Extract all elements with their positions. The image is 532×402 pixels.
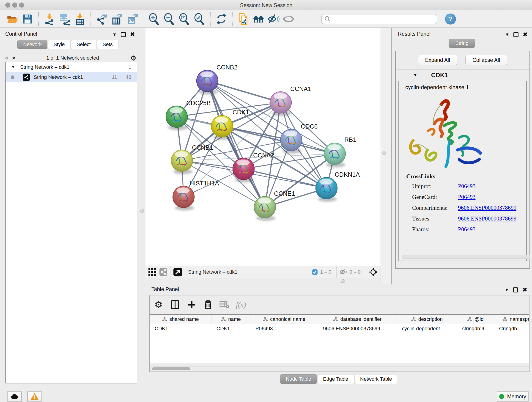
- table-cell[interactable]: stringdb:9...: [457, 324, 494, 333]
- column-header-name[interactable]: name: [211, 315, 250, 324]
- clone-network-button[interactable]: [237, 13, 249, 25]
- warnings-button[interactable]: [27, 391, 42, 402]
- crosslink-link[interactable]: P06493: [458, 226, 475, 233]
- tab-edge-table[interactable]: Edge Table: [317, 374, 354, 384]
- close-panel-icon[interactable]: ✖: [522, 286, 527, 293]
- export-image-button[interactable]: [126, 13, 138, 25]
- horizontal-splitter[interactable]: [146, 278, 380, 284]
- network-node-CCNE1[interactable]: CCNE1: [254, 190, 295, 221]
- search-input[interactable]: [322, 14, 437, 24]
- column-header-database-identifier[interactable]: database identifier: [318, 315, 397, 324]
- collapse-panel-icon[interactable]: ▼: [505, 287, 509, 293]
- detach-view-icon[interactable]: [173, 268, 182, 277]
- zoom-selected-button[interactable]: [193, 13, 206, 25]
- network-canvas[interactable]: CCNB2 CCNA1 CDC25B CDK1 CDC6 RB1: [146, 28, 380, 266]
- close-panel-icon[interactable]: ✖: [130, 31, 135, 38]
- create-column-plus-icon[interactable]: [186, 299, 197, 310]
- tab-style[interactable]: Style: [48, 40, 70, 49]
- splitter-handle[interactable]: [140, 209, 144, 213]
- export-network-button[interactable]: [95, 13, 108, 25]
- vertical-splitter-left[interactable]: [139, 28, 146, 390]
- network-view-icon[interactable]: [159, 268, 167, 276]
- network-options-gear-icon[interactable]: ⚙: [130, 54, 136, 62]
- collapse-panel-icon[interactable]: ▼: [505, 32, 509, 37]
- help-button[interactable]: ?: [445, 13, 456, 25]
- import-network-database-button[interactable]: [58, 13, 71, 25]
- show-all-button[interactable]: [283, 13, 295, 25]
- open-session-button[interactable]: [6, 13, 19, 25]
- table-horizontal-scrollbar[interactable]: [150, 366, 529, 371]
- network-node-CCNB1[interactable]: CCNB1: [171, 144, 213, 174]
- edge-CCNB2-CCNA1[interactable]: [207, 81, 281, 102]
- selected-checkbox-icon[interactable]: [312, 269, 318, 275]
- table-options-gear-icon[interactable]: ⚙: [153, 299, 164, 310]
- cloud-button[interactable]: [7, 391, 22, 402]
- collapse-panel-icon[interactable]: ▼: [112, 32, 117, 37]
- table-row[interactable]: CDK1CDK1P064939606.ENSP00000378699cyclin…: [150, 324, 529, 333]
- protein-section-header[interactable]: ▼ CDK1: [396, 70, 530, 81]
- network-row-selected[interactable]: String Network – cdk1 11 48: [6, 72, 137, 82]
- tab-sets[interactable]: Sets: [97, 40, 119, 49]
- table-cell[interactable]: CDK1: [150, 324, 211, 333]
- network-node-RB1[interactable]: RB1: [324, 136, 356, 167]
- disclosure-triangle-icon[interactable]: ▼: [11, 65, 15, 70]
- column-hierarchy-icon: [333, 317, 338, 322]
- zoom-in-button[interactable]: [148, 13, 160, 25]
- tab-node-table[interactable]: Node Table: [280, 374, 317, 384]
- show-columns-icon[interactable]: [170, 299, 180, 310]
- scrollbar-thumb[interactable]: [152, 367, 190, 370]
- tab-select[interactable]: Select: [71, 40, 96, 49]
- tab-network-table[interactable]: Network Table: [355, 374, 398, 384]
- network-graph[interactable]: CCNB2 CCNA1 CDC25B CDK1 CDC6 RB1: [146, 28, 380, 266]
- column-header-shared-name[interactable]: shared name: [150, 315, 211, 324]
- crosslink-link[interactable]: P06493: [458, 183, 475, 190]
- table-cell[interactable]: cyclin-dependent ...: [397, 324, 457, 333]
- string-tab[interactable]: String: [449, 39, 475, 48]
- splitter-handle[interactable]: [341, 279, 345, 283]
- network-node-CDC6[interactable]: CDC6: [280, 123, 318, 153]
- save-session-button[interactable]: [21, 13, 34, 25]
- delete-column-trash-icon[interactable]: [203, 299, 213, 310]
- expand-all-button[interactable]: Expand All: [418, 55, 457, 65]
- memory-button[interactable]: Memory: [497, 391, 529, 402]
- float-panel-icon[interactable]: [121, 32, 126, 37]
- disclosure-triangle-icon[interactable]: ▼: [413, 73, 418, 78]
- collapse-all-button[interactable]: Collapse All: [465, 55, 507, 65]
- table-cell[interactable]: CDK1: [211, 324, 250, 333]
- float-panel-icon[interactable]: [513, 287, 518, 293]
- import-network-file-button[interactable]: [43, 13, 56, 25]
- refresh-button[interactable]: [215, 13, 228, 25]
- crosslink-link[interactable]: 9606.ENSP00000378699: [458, 216, 516, 222]
- splitter-handle[interactable]: [382, 151, 386, 155]
- network-node-CDKN1A[interactable]: CDKN1A: [316, 171, 360, 202]
- network-node-HIST1H1A[interactable]: HIST1H1A: [173, 180, 219, 211]
- function-builder-icon[interactable]: f(x): [236, 299, 246, 310]
- table-cell[interactable]: 9606.ENSP00000378699: [318, 324, 397, 333]
- column-header-canonical-name[interactable]: canonical name: [250, 315, 318, 324]
- network-collection-row[interactable]: ▼ String Network – cdk1 1: [6, 62, 137, 72]
- first-neighbors-button[interactable]: [252, 13, 265, 25]
- zoom-fit-button[interactable]: [178, 13, 190, 25]
- crosslink-link[interactable]: P06493: [458, 194, 475, 200]
- column-header-@id[interactable]: @id: [457, 315, 494, 324]
- vertical-splitter-right[interactable]: [380, 28, 391, 284]
- import-table-button[interactable]: [74, 13, 86, 25]
- delete-table-icon[interactable]: [219, 299, 230, 310]
- crosslink-link[interactable]: 9606.ENSP00000378699: [458, 205, 516, 211]
- hide-selected-button[interactable]: [267, 13, 280, 25]
- table-cell[interactable]: stringdb: [494, 324, 529, 333]
- zoom-out-button[interactable]: [163, 13, 175, 25]
- birds-eye-view-icon[interactable]: [369, 268, 378, 277]
- tab-network[interactable]: Network: [17, 40, 47, 49]
- close-panel-icon[interactable]: ✖: [523, 31, 528, 38]
- float-panel-icon[interactable]: [513, 32, 519, 37]
- edge-CCNB2-CCNE1[interactable]: [207, 81, 265, 207]
- column-header-namespace[interactable]: namespace: [494, 315, 529, 324]
- results-scrollbar[interactable]: [402, 255, 530, 259]
- grid-view-icon[interactable]: [148, 268, 156, 276]
- table-cell[interactable]: P06493: [250, 324, 318, 333]
- expand-all-icon[interactable]: »: [10, 56, 17, 60]
- column-header-description[interactable]: description: [397, 315, 457, 324]
- collapse-all-icon[interactable]: »: [3, 56, 11, 60]
- export-table-button[interactable]: [111, 13, 123, 25]
